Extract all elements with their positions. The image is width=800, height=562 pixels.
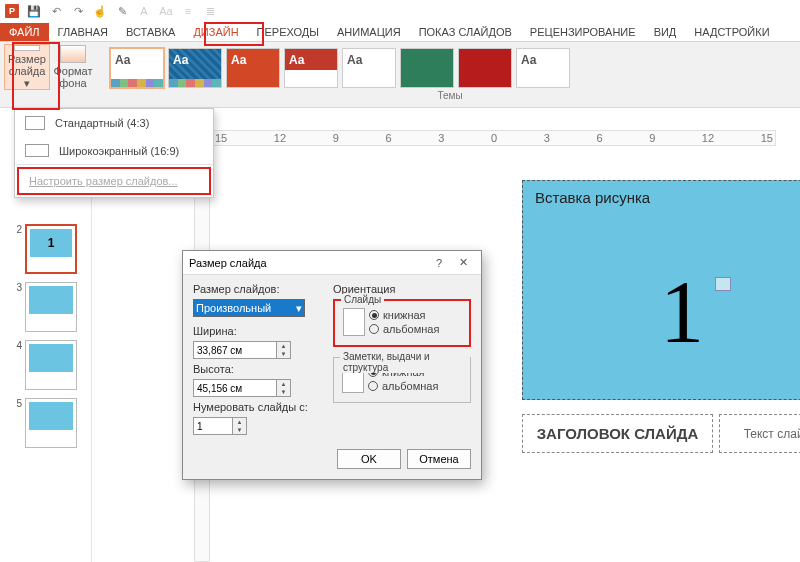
picture-placeholder[interactable]: Вставка рисунка 1 — [522, 180, 800, 400]
dd-separator — [15, 164, 213, 165]
slide-size-dialog: Размер слайда ? ✕ Размер слайдов: Произв… — [182, 250, 482, 480]
thumb-row-2: 2 1 — [14, 224, 77, 274]
tab-addins[interactable]: НАДСТРОЙКИ — [685, 23, 778, 41]
bullets-icon[interactable]: ≡ — [180, 3, 196, 19]
format-background-button[interactable]: Формат фона — [50, 44, 96, 90]
dd-custom-size[interactable]: Настроить размер слайдов... — [17, 167, 211, 195]
theme-4[interactable]: Aa — [284, 48, 338, 88]
number-spinner[interactable]: ▲▼ — [233, 417, 247, 435]
tab-view[interactable]: ВИД — [645, 23, 686, 41]
number-from-label: Нумеровать слайды с: — [193, 401, 323, 413]
theme-6[interactable] — [400, 48, 454, 88]
thumb-4[interactable] — [25, 340, 77, 390]
theme-1[interactable]: Aa — [110, 48, 164, 88]
tab-animation[interactable]: АНИМАЦИЯ — [328, 23, 410, 41]
redo-icon[interactable]: ↷ — [70, 3, 86, 19]
tab-insert[interactable]: ВСТАВКА — [117, 23, 184, 41]
radio-slides-portrait[interactable]: книжная — [369, 309, 439, 321]
touch-mode-icon[interactable]: ☝ — [92, 3, 108, 19]
page-portrait-icon — [343, 308, 365, 336]
ratio-43-icon — [25, 116, 45, 130]
themes-caption: Темы — [104, 88, 796, 101]
height-input[interactable] — [193, 379, 277, 397]
cancel-button[interactable]: Отмена — [407, 449, 471, 469]
theme-7[interactable] — [458, 48, 512, 88]
ratio-169-icon — [25, 144, 49, 157]
width-label: Ширина: — [193, 325, 323, 337]
format-bg-icon — [60, 45, 86, 63]
themes-gallery[interactable]: Aa Aa Aa Aa Aa Aa — [104, 44, 796, 88]
tab-slideshow[interactable]: ПОКАЗ СЛАЙДОВ — [410, 23, 521, 41]
font-icon[interactable]: A — [136, 3, 152, 19]
chevron-down-icon: ▾ — [296, 302, 302, 315]
theme-2[interactable]: Aa — [168, 48, 222, 88]
save-icon[interactable]: 💾 — [26, 3, 42, 19]
format-painter-icon[interactable]: ✎ — [114, 3, 130, 19]
slide-size-dropdown: Стандартный (4:3) Широкоэкранный (16:9) … — [14, 108, 214, 198]
width-input[interactable] — [193, 341, 277, 359]
numbering-icon[interactable]: ≣ — [202, 3, 218, 19]
dialog-help-button[interactable]: ? — [427, 257, 451, 269]
theme-5[interactable]: Aa — [342, 48, 396, 88]
radio-notes-landscape[interactable]: альбомная — [368, 380, 438, 392]
font-size-icon[interactable]: Aa — [158, 3, 174, 19]
thumb-3[interactable] — [25, 282, 77, 332]
app-icon: P — [4, 3, 20, 19]
height-label: Высота: — [193, 363, 323, 375]
width-spinner[interactable]: ▲▼ — [277, 341, 291, 359]
size-label: Размер слайдов: — [193, 283, 323, 295]
ribbon-group-customize: Размер слайда ▾ Формат фона — [0, 42, 100, 107]
tab-home[interactable]: ГЛАВНАЯ — [49, 23, 117, 41]
dd-standard[interactable]: Стандартный (4:3) — [15, 109, 213, 137]
tab-transitions[interactable]: ПЕРЕХОДЫ — [248, 23, 328, 41]
dialog-title-text: Размер слайда — [189, 257, 267, 269]
undo-icon[interactable]: ↶ — [48, 3, 64, 19]
horizontal-ruler: 151296303691215 — [212, 130, 776, 146]
tab-review[interactable]: РЕЦЕНЗИРОВАНИЕ — [521, 23, 645, 41]
number-from-input[interactable] — [193, 417, 233, 435]
text-placeholder[interactable]: Текст слайда — [719, 414, 800, 453]
slide-number-text: 1 — [523, 261, 800, 362]
dialog-titlebar: Размер слайда ? ✕ — [183, 251, 481, 275]
thumb-2[interactable]: 1 — [25, 224, 77, 274]
slide-size-icon — [14, 45, 40, 51]
thumb-5[interactable] — [25, 398, 77, 448]
ribbon-tabs: ФАЙЛ ГЛАВНАЯ ВСТАВКА ДИЗАЙН ПЕРЕХОДЫ АНИ… — [0, 22, 800, 42]
orientation-slides-group: Слайды книжная альбомная — [333, 299, 471, 347]
theme-3[interactable]: Aa — [226, 48, 280, 88]
quick-access-toolbar: P 💾 ↶ ↷ ☝ ✎ A Aa ≡ ≣ — [0, 0, 800, 22]
orientation-notes-group: Заметки, выдачи и структура книжная альб… — [333, 357, 471, 403]
picture-placeholder-label: Вставка рисунка — [535, 189, 650, 206]
dd-widescreen[interactable]: Широкоэкранный (16:9) — [15, 137, 213, 164]
size-select[interactable]: Произвольный▾ — [193, 299, 305, 317]
dialog-close-button[interactable]: ✕ — [451, 256, 475, 269]
theme-8[interactable]: Aa — [516, 48, 570, 88]
title-placeholder[interactable]: ЗАГОЛОВОК СЛАЙДА — [522, 414, 713, 453]
slide-canvas[interactable]: Вставка рисунка 1 ЗАГОЛОВОК СЛАЙДА Текст… — [522, 180, 800, 476]
ribbon-group-themes: Aa Aa Aa Aa Aa Aa Темы — [100, 42, 800, 107]
height-spinner[interactable]: ▲▼ — [277, 379, 291, 397]
radio-slides-landscape[interactable]: альбомная — [369, 323, 439, 335]
tab-file[interactable]: ФАЙЛ — [0, 23, 49, 41]
ok-button[interactable]: OK — [337, 449, 401, 469]
ribbon: Размер слайда ▾ Формат фона Aa Aa Aa Aa … — [0, 42, 800, 108]
tab-design[interactable]: ДИЗАЙН — [184, 23, 247, 41]
slide-size-button[interactable]: Размер слайда ▾ — [4, 44, 50, 90]
